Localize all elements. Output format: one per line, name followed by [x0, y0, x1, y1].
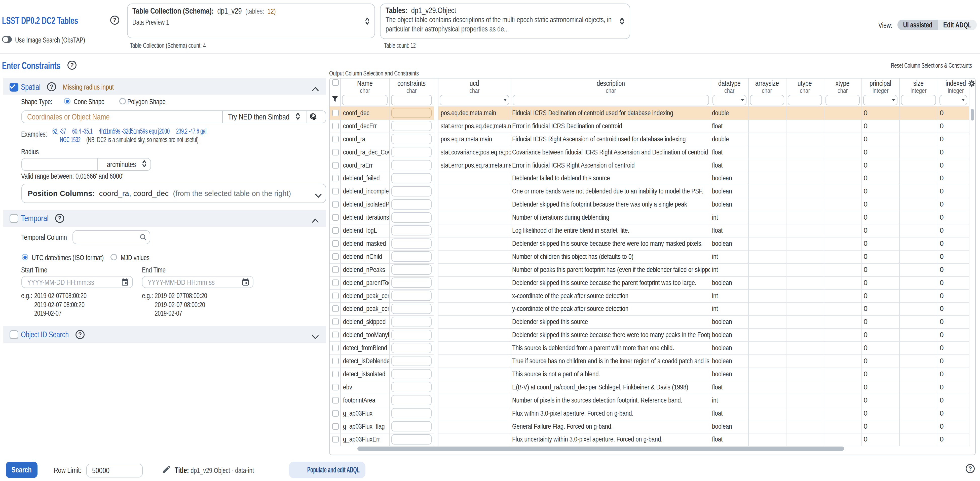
- svg-text:?: ?: [969, 465, 972, 472]
- svg-text:?: ?: [50, 84, 53, 90]
- svg-text:?: ?: [70, 62, 74, 68]
- svg-text:?: ?: [78, 331, 82, 338]
- svg-text:?: ?: [113, 17, 116, 24]
- svg-text:?: ?: [58, 215, 61, 222]
